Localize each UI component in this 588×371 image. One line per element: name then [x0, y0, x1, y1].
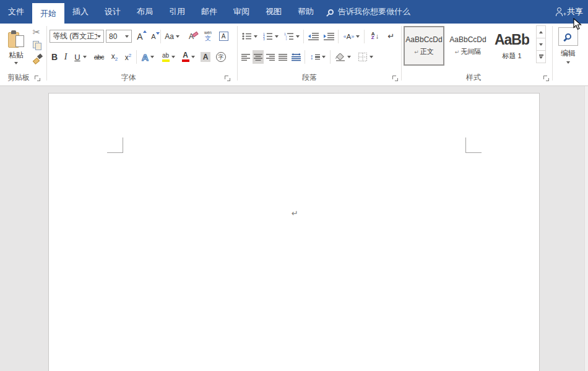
borders-button[interactable]	[355, 50, 376, 64]
clipboard-group-label: 剪贴板	[4, 72, 33, 83]
subscript-button[interactable]: x2	[109, 50, 120, 64]
editing-dropdown[interactable]	[564, 59, 572, 66]
numbering-button[interactable]: 123	[261, 30, 280, 43]
justify-icon	[279, 54, 287, 61]
underline-button[interactable]: U	[72, 50, 89, 64]
document-page[interactable]: ↵	[48, 93, 540, 371]
small-divider	[136, 50, 137, 64]
align-left-icon	[241, 54, 250, 61]
margin-mark-topright-horizontal	[465, 152, 482, 153]
align-right-button[interactable]	[265, 50, 276, 64]
shading-button[interactable]	[333, 50, 353, 64]
tab-mailings[interactable]: 邮件	[193, 0, 225, 24]
character-shading-icon: A	[201, 52, 210, 62]
italic-button[interactable]: I	[62, 50, 69, 64]
show-hide-marks-icon: ↵	[388, 32, 395, 41]
sort-button[interactable]: AZ ↓	[368, 28, 383, 43]
clipboard-dialog-launcher[interactable]	[35, 76, 40, 81]
style-heading1[interactable]: AaBb 标题 1	[491, 26, 532, 66]
character-shading-button[interactable]: A	[199, 50, 212, 64]
tab-references[interactable]: 引用	[161, 0, 193, 24]
change-case-button[interactable]: Aa	[163, 30, 181, 43]
font-name-value: 等线 (西文正文	[53, 31, 97, 41]
line-spacing-button[interactable]: ↕	[308, 50, 327, 64]
align-center-button[interactable]	[253, 50, 264, 64]
tab-design[interactable]: 设计	[97, 0, 129, 24]
increase-indent-icon	[324, 32, 334, 40]
tab-review[interactable]: 审阅	[225, 0, 257, 24]
tab-file[interactable]: 文件	[0, 0, 32, 24]
chevron-down-icon	[539, 43, 543, 46]
font-size-value: 80	[109, 32, 125, 41]
justify-button[interactable]	[277, 50, 288, 64]
chevron-down-icon	[191, 56, 195, 58]
character-border-button[interactable]: A	[217, 30, 230, 43]
asian-layout-button[interactable]: «A»	[341, 30, 362, 43]
style-preview: AaBbCcDd	[449, 35, 486, 44]
text-effects-icon: A	[142, 52, 149, 63]
copy-button[interactable]	[31, 40, 43, 51]
chevron-down-icon	[322, 56, 326, 58]
font-dialog-launcher[interactable]	[225, 76, 230, 81]
document-canvas: ↵	[0, 86, 588, 371]
format-painter-button[interactable]	[31, 53, 43, 64]
shading-icon	[335, 53, 345, 61]
text-effects-button[interactable]: A	[139, 50, 157, 64]
distributed-button[interactable]	[290, 50, 302, 64]
shrink-font-button[interactable]: A	[148, 30, 159, 43]
gallery-scroll-down-button[interactable]	[536, 38, 546, 51]
style-no-spacing[interactable]: AaBbCcDd ↵无间隔	[446, 26, 490, 66]
search-icon	[328, 9, 334, 15]
borders-icon	[358, 53, 367, 61]
font-name-combobox[interactable]: 等线 (西文正文	[50, 30, 104, 43]
clear-formatting-button[interactable]: A	[184, 30, 198, 43]
align-left-button[interactable]	[240, 50, 251, 64]
copy-icon	[33, 41, 41, 50]
tab-view[interactable]: 视图	[257, 0, 290, 24]
superscript-icon: x2	[125, 53, 131, 62]
chevron-down-icon	[254, 35, 257, 38]
strikethrough-button[interactable]: abc	[92, 50, 106, 64]
tell-me-search[interactable]: 告诉我你想要做什么	[328, 0, 410, 24]
vertical-scrollbar[interactable]	[584, 86, 588, 371]
paragraph-dialog-launcher[interactable]	[392, 76, 398, 81]
style-label: 标题 1	[502, 51, 521, 61]
font-color-icon: A	[182, 52, 189, 62]
tab-insert[interactable]: 插入	[64, 0, 97, 24]
styles-gallery-scroll	[536, 26, 546, 63]
text-highlight-button[interactable]: ab	[160, 50, 177, 64]
small-divider	[303, 30, 304, 43]
font-size-combobox[interactable]: 80	[106, 30, 132, 43]
phonetic-guide-button[interactable]: wén文	[201, 28, 215, 44]
tab-help[interactable]: 帮助	[290, 0, 322, 24]
grow-font-button[interactable]: A	[134, 30, 146, 43]
increase-indent-button[interactable]	[322, 30, 335, 43]
small-divider	[305, 50, 305, 64]
group-divider	[401, 26, 402, 81]
character-border-icon: A	[219, 32, 228, 41]
tab-layout[interactable]: 布局	[129, 0, 161, 24]
superscript-button[interactable]: x2	[123, 50, 134, 64]
decrease-indent-button[interactable]	[306, 30, 320, 43]
chevron-up-icon	[539, 31, 543, 33]
style-normal[interactable]: AaBbCcDd ↵正文	[404, 26, 444, 66]
small-divider	[338, 30, 339, 43]
asian-layout-icon: «A»	[344, 33, 354, 40]
tab-home[interactable]: 开始	[32, 3, 64, 24]
svg-text:3: 3	[263, 37, 265, 40]
gallery-scroll-up-button[interactable]	[536, 25, 546, 38]
phonetic-guide-icon: wén文	[204, 31, 212, 41]
bullets-icon	[242, 32, 252, 40]
font-color-button[interactable]: A	[179, 50, 197, 64]
bold-button[interactable]: B	[50, 50, 59, 64]
change-case-icon: Aa	[165, 32, 174, 41]
svg-text:i: i	[286, 37, 287, 40]
cut-button[interactable]: ✂	[30, 27, 43, 38]
styles-dialog-launcher[interactable]	[543, 76, 549, 81]
gallery-more-button[interactable]	[536, 50, 546, 63]
paste-button[interactable]: 粘贴	[4, 27, 28, 67]
enclose-characters-button[interactable]: 字	[215, 50, 227, 64]
bullets-button[interactable]	[240, 30, 259, 43]
show-hide-marks-button[interactable]: ↵	[385, 30, 397, 43]
multilevel-list-button[interactable]: 1ii	[282, 30, 301, 43]
